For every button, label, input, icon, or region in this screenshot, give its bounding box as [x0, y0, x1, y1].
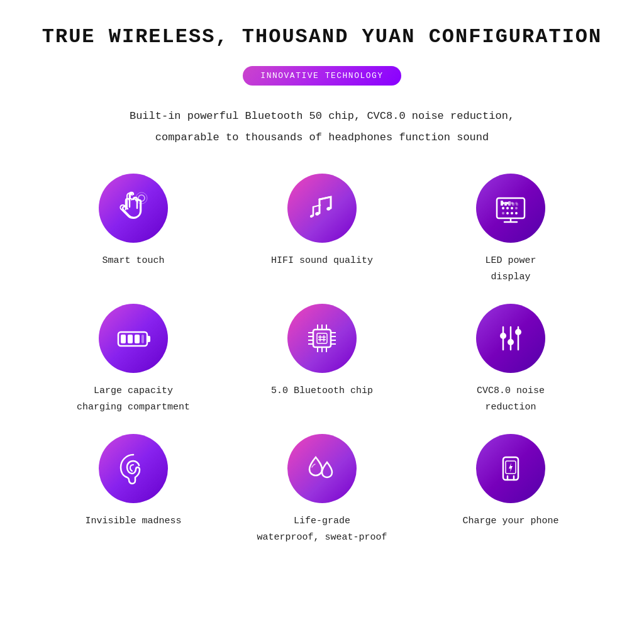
- svg-rect-26: [135, 335, 140, 343]
- charger-icon-circle: [476, 434, 545, 503]
- cvc-noise-label: CVC8.0 noise reduction: [477, 383, 545, 415]
- ear-icon-circle: [99, 434, 168, 503]
- svg-point-13: [511, 212, 513, 214]
- chip-icon-circle: [287, 304, 357, 373]
- feature-smart-touch: Smart touch: [52, 174, 215, 285]
- smart-touch-icon-circle: [99, 174, 168, 243]
- svg-point-0: [138, 195, 145, 201]
- svg-rect-23: [147, 336, 150, 342]
- feature-hifi-sound: HIFI sound quality: [240, 174, 404, 285]
- chip-icon: [302, 318, 342, 358]
- ear-icon: [113, 448, 153, 489]
- battery-icon-circle: [99, 304, 168, 373]
- feature-large-capacity: Large capacity charging compartment: [52, 304, 215, 415]
- bluetooth-chip-label: 5.0 Bluetooth chip: [271, 383, 373, 399]
- svg-rect-17: [501, 201, 503, 206]
- description: Built-in powerful Bluetooth 50 chip, CVC…: [130, 106, 514, 148]
- svg-rect-25: [128, 335, 133, 343]
- feature-invisible-madness: Invisible madness: [52, 434, 215, 545]
- svg-point-9: [511, 207, 513, 209]
- feature-cvc-noise: CVC8.0 noise reduction: [429, 304, 592, 415]
- svg-rect-27: [142, 335, 144, 343]
- touch-icon: [114, 189, 152, 227]
- led-icon: [491, 188, 531, 228]
- hifi-icon-circle: [287, 174, 357, 243]
- svg-rect-18: [504, 202, 507, 206]
- svg-rect-20: [512, 203, 514, 206]
- svg-rect-29: [317, 333, 327, 343]
- large-capacity-label: Large capacity charging compartment: [77, 383, 190, 415]
- svg-point-8: [506, 207, 509, 209]
- equalizer-icon: [491, 318, 531, 358]
- feature-charge-phone: Charge your phone: [429, 434, 592, 545]
- svg-point-14: [515, 212, 518, 214]
- music-icon: [302, 188, 342, 228]
- svg-rect-21: [516, 203, 518, 206]
- svg-rect-19: [508, 201, 511, 206]
- badge: INNOVATIVE TECHNOLOGY: [243, 66, 401, 86]
- svg-point-49: [500, 333, 506, 339]
- water-icon-circle: [287, 434, 357, 503]
- svg-rect-28: [313, 330, 331, 347]
- svg-point-51: [508, 339, 514, 345]
- feature-bluetooth-chip: 5.0 Bluetooth chip: [240, 304, 404, 415]
- water-icon: [302, 448, 342, 489]
- invisible-madness-label: Invisible madness: [85, 513, 181, 530]
- battery-icon: [113, 318, 153, 358]
- waterproof-label: Life-grade waterproof, sweat-proof: [257, 513, 387, 545]
- led-label: LED power display: [485, 253, 536, 285]
- svg-point-10: [515, 207, 518, 209]
- svg-rect-24: [121, 335, 126, 343]
- features-grid: Smart touch HIFI sound quality: [52, 174, 592, 545]
- led-icon-circle: [476, 174, 545, 243]
- main-title: TRUE WIRELESS, THOUSAND YUAN CONFIGURATI…: [42, 25, 602, 48]
- svg-point-12: [506, 212, 509, 214]
- feature-led-power: LED power display: [429, 174, 592, 285]
- svg-point-53: [515, 329, 521, 335]
- equalizer-icon-circle: [476, 304, 545, 373]
- svg-point-7: [502, 207, 504, 209]
- charger-icon: [491, 448, 531, 489]
- charge-phone-label: Charge your phone: [462, 513, 558, 530]
- smart-touch-label: Smart touch: [102, 253, 164, 269]
- feature-waterproof: Life-grade waterproof, sweat-proof: [240, 434, 404, 545]
- hifi-label: HIFI sound quality: [271, 253, 373, 269]
- svg-point-11: [502, 212, 504, 214]
